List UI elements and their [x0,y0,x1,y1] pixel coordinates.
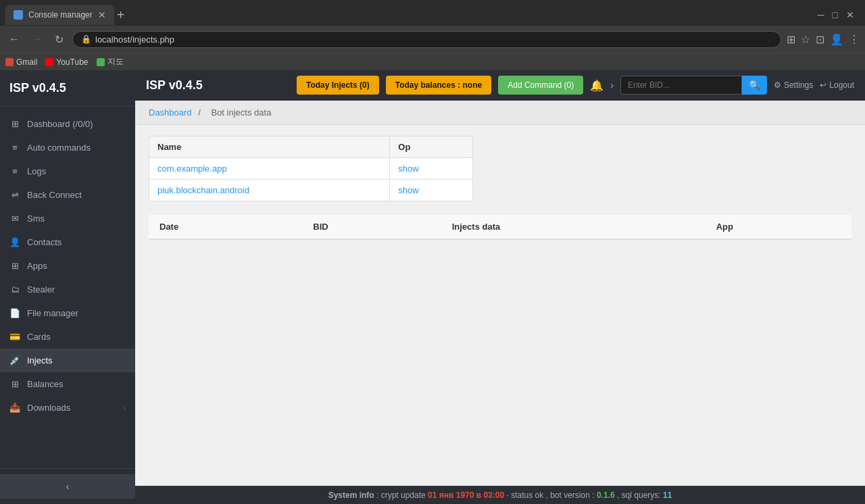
today-injects-button[interactable]: Today Injects (0) [297,76,379,95]
sidebar-item-sms[interactable]: ✉ Sms [0,207,135,230]
sidebar-item-label: Sms [27,213,45,224]
sidebar-item-back-connect[interactable]: ⇌ Back Connect [0,183,135,207]
sidebar-item-dashboard[interactable]: ⊞ Dashboard (/0/0) [0,112,135,136]
inject-table-row: com.example.app show [149,158,473,180]
bookmark-youtube[interactable]: YouTube [45,57,88,67]
chevron-button[interactable]: › [610,80,614,91]
reload-button[interactable]: ↻ [51,32,67,47]
sidebar-item-label: Balances [27,379,63,389]
tab-title: Console manager [28,10,93,20]
status-ok-label: · status ok [506,490,545,500]
gmail-favicon [5,58,14,66]
search-button[interactable]: 🔍 [742,76,767,95]
youtube-label: YouTube [56,57,88,67]
add-command-button[interactable]: Add Command (0) [498,76,583,95]
inject-op-link[interactable]: show [398,185,418,195]
minimize-button[interactable]: ─ [818,9,824,20]
browser-chrome: Console manager ✕ + ─ □ ✕ ← → ↻ 🔒 localh… [0,0,865,70]
header-title: ISP v0.4.5 [146,78,203,93]
inject-name-link[interactable]: com.example.app [157,163,227,174]
app-logo: ISP v0.4.5 [0,70,135,107]
tab-close-btn[interactable]: ✕ [98,9,106,20]
sidebar-item-logs[interactable]: ≡ Logs [0,159,135,183]
injects-icon: 💉 [9,355,20,366]
logs-icon: ≡ [9,166,20,176]
gmail-label: Gmail [16,57,37,67]
app-container: ISP v0.4.5 ⊞ Dashboard (/0/0) ≡ Auto com… [0,70,865,504]
translate-icon[interactable]: ⊞ [787,33,795,46]
maximize-button[interactable]: □ [833,9,838,20]
settings-label: Settings [784,80,813,90]
sidebar-footer: ‹ [0,468,135,504]
search-input[interactable] [620,76,742,95]
notification-bell-button[interactable]: 🔔 [590,79,603,92]
status-bot-version: 0.1.6 [597,490,615,500]
sidebar-item-label: Logs [27,166,46,176]
sidebar-item-stealer[interactable]: 🗂 Stealer [0,278,135,301]
back-button[interactable]: ← [5,32,23,47]
sidebar-item-label: Contacts [27,237,61,247]
breadcrumb-separator: / [198,107,203,118]
logout-icon: ↩ [820,80,826,90]
active-tab[interactable]: Console manager ✕ [5,5,114,25]
profile-icon[interactable]: 👤 [830,33,843,46]
sidebar-item-file-manager[interactable]: 📄 File manager [0,301,135,325]
sidebar-item-label: Stealer [27,284,55,295]
sidebar-item-contacts[interactable]: 👤 Contacts [0,230,135,254]
inject-table: Name Op com.example.app showpiuk.blockch… [149,136,473,201]
data-table-injects-header: Injects data [441,215,706,239]
search-group: 🔍 [620,76,767,95]
map-favicon [97,58,105,66]
sidebar-item-balances[interactable]: ⊞ Balances [0,372,135,396]
sidebar-item-auto-commands[interactable]: ≡ Auto commands [0,136,135,159]
sidebar-item-injects[interactable]: 💉 Injects [0,349,135,372]
downloads-icon: 📥 [9,403,20,413]
url-text: localhost/injects.php [95,34,772,45]
close-window-button[interactable]: ✕ [846,9,854,20]
data-table-date-header: Date [149,215,302,239]
bookmark-gmail[interactable]: Gmail [5,57,37,67]
sidebar-item-label: File manager [27,308,78,318]
settings-link[interactable]: ⚙ Settings [774,80,813,90]
status-bar: System info : crypt update 01 янв 1970 в… [135,486,865,504]
logout-link[interactable]: ↩ Logout [820,80,854,90]
inject-table-op-header: Op [390,136,473,158]
today-balances-button[interactable]: Today balances : none [386,76,491,95]
sidebar-item-cards[interactable]: 💳 Cards [0,325,135,349]
logout-label: Logout [829,80,854,90]
address-bar[interactable]: 🔒 localhost/injects.php [72,31,781,48]
data-table-app-header: App [706,215,851,239]
bookmark-icon[interactable]: ☆ [801,33,810,46]
inject-op-link[interactable]: show [398,163,418,174]
sms-icon: ✉ [9,213,20,224]
sidebar-toggle-icon[interactable]: ⊡ [816,33,824,46]
sidebar-item-apps[interactable]: ⊞ Apps [0,254,135,278]
inject-name-cell: piuk.blockchain.android [149,180,390,201]
status-bot-version-label: , bot version : [546,490,597,500]
inject-op-cell: show [390,158,473,180]
contacts-icon: 👤 [9,237,20,247]
new-tab-button[interactable]: + [117,8,125,22]
address-bar-row: ← → ↻ 🔒 localhost/injects.php ⊞ ☆ ⊡ 👤 ⋮ [0,26,865,53]
downloads-arrow: › [123,404,126,412]
menu-icon[interactable]: ⋮ [849,33,860,46]
inject-name-link[interactable]: piuk.blockchain.android [157,185,249,195]
file-manager-icon: 📄 [9,308,20,318]
sidebar-item-label: Auto commands [27,143,91,153]
status-sql-label: , sql querys: [617,490,663,500]
inject-table-name-header: Name [149,136,390,158]
forward-button[interactable]: → [28,32,46,47]
breadcrumb-home[interactable]: Dashboard [149,107,192,118]
sidebar-item-label: Apps [27,261,47,271]
sidebar-item-downloads[interactable]: 📥 Downloads › [0,396,135,420]
top-header: ISP v0.4.5 Today Injects (0) Today balan… [135,70,865,101]
cards-icon: 💳 [9,332,20,342]
sidebar-item-label: Back Connect [27,190,82,200]
sidebar-collapse-button[interactable]: ‹ [0,474,135,499]
bookmark-map[interactable]: 지도 [97,56,124,68]
dashboard-icon: ⊞ [9,119,20,129]
content-area: Dashboard / Bot injects data Name Op com… [135,101,865,486]
window-controls: ─ □ ✕ [818,9,860,20]
map-label: 지도 [107,56,124,68]
stealer-icon: 🗂 [9,284,20,295]
